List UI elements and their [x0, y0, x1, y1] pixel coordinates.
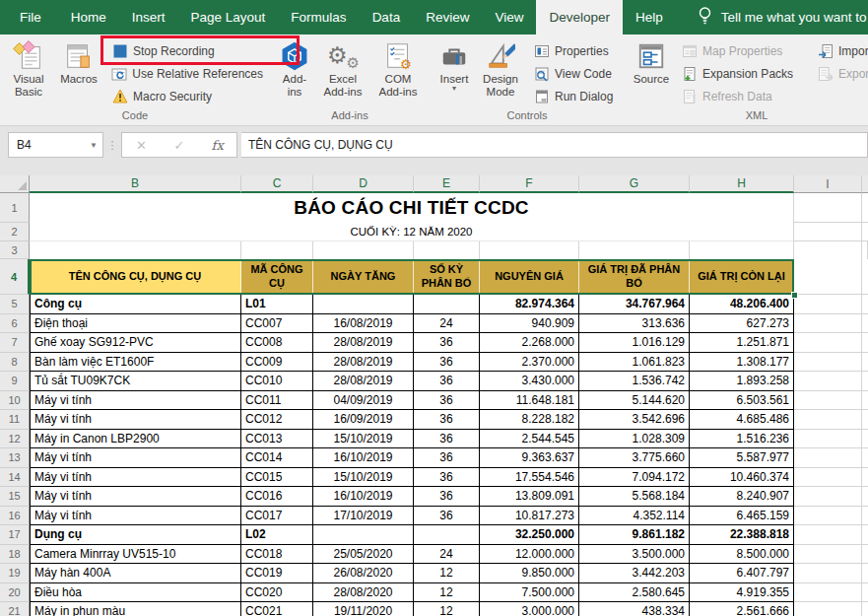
cell-B17[interactable]: Dụng cụ	[30, 525, 241, 545]
cell-B3[interactable]	[30, 241, 241, 259]
cell-I17[interactable]	[794, 525, 862, 545]
row-header-2[interactable]: 2	[0, 223, 30, 241]
macro-security-button[interactable]: Macro Security	[108, 85, 266, 107]
cell-C18[interactable]: CC018	[241, 545, 313, 565]
cell-I13[interactable]	[794, 448, 862, 468]
cell-G8[interactable]: 1.061.823	[579, 353, 690, 373]
cell-C14[interactable]: CC015	[241, 468, 313, 488]
tab-page-layout[interactable]: Page Layout	[178, 0, 279, 34]
cell-H20[interactable]: 4.919.355	[690, 583, 794, 603]
cell-H9[interactable]: 1.893.258	[690, 372, 794, 391]
row-header-14[interactable]: 14	[0, 468, 30, 488]
cell-B15[interactable]: Máy vi tính	[30, 487, 241, 507]
cell-G21[interactable]: 438.334	[579, 602, 690, 616]
export-button[interactable]: Export	[814, 62, 868, 85]
row-header-9[interactable]: 9	[0, 372, 30, 391]
cell-B7[interactable]: Ghế xoay SG912-PVC	[30, 333, 241, 353]
cell-G3[interactable]	[579, 241, 690, 259]
column-header-I[interactable]: I	[794, 175, 862, 193]
cell-F11[interactable]: 8.228.182	[480, 410, 579, 430]
view-code-button[interactable]: View Code	[530, 62, 621, 85]
formula-input[interactable]: TÊN CÔNG CỤ, DỤNG CỤ	[241, 132, 868, 158]
cell-D13[interactable]: 16/10/2019	[313, 448, 414, 468]
cell-E19[interactable]: 12	[414, 564, 480, 583]
cell-F6[interactable]: 940.909	[480, 314, 579, 334]
cell-H6[interactable]: 627.273	[690, 314, 794, 334]
cell-I16[interactable]	[794, 507, 862, 526]
cell-B20[interactable]: Điều hòa	[30, 583, 241, 603]
cell-F9[interactable]: 3.430.000	[480, 372, 579, 391]
cell-C17[interactable]: L02	[241, 525, 313, 545]
cell-H7[interactable]: 1.251.871	[690, 333, 794, 353]
cell-D20[interactable]: 28/08/2020	[313, 583, 414, 603]
cell-H17[interactable]: 22.388.818	[690, 525, 794, 545]
cell-H19[interactable]: 6.407.797	[690, 564, 794, 583]
cell-F20[interactable]: 7.500.000	[480, 583, 579, 603]
cell-H11[interactable]: 4.685.486	[690, 410, 794, 430]
cell-I11[interactable]	[794, 410, 862, 430]
tell-me-box[interactable]: Tell me what you want to do	[698, 0, 868, 34]
cell-D16[interactable]: 17/10/2019	[313, 507, 414, 526]
cell-C13[interactable]: CC014	[241, 448, 313, 468]
row-header-10[interactable]: 10	[0, 391, 30, 411]
cell-B8[interactable]: Bàn làm việc ET1600F	[30, 353, 241, 373]
cell-D14[interactable]: 15/10/2019	[313, 468, 414, 488]
cell-D11[interactable]: 16/09/2019	[313, 410, 414, 430]
cell-subtitle[interactable]: CUỐI KỲ: 12 NĂM 2020	[30, 223, 794, 241]
cell-B14[interactable]: Máy vi tính	[30, 468, 241, 488]
cell-H13[interactable]: 5.587.977	[690, 448, 794, 468]
cell-F18[interactable]: 12.000.000	[480, 545, 579, 565]
cell-I3[interactable]	[794, 241, 862, 259]
cell-G19[interactable]: 3.442.203	[579, 564, 690, 583]
cell-C20[interactable]: CC020	[241, 583, 313, 603]
visual-basic-button[interactable]: Visual Basic	[4, 37, 53, 101]
name-box[interactable]: B4 ▼	[8, 132, 103, 158]
row-header-11[interactable]: 11	[0, 410, 30, 430]
cell-F16[interactable]: 10.817.273	[480, 507, 579, 526]
cell-G7[interactable]: 1.016.129	[579, 333, 690, 353]
cell-H16[interactable]: 6.465.159	[690, 507, 794, 526]
cell-D12[interactable]: 15/10/2019	[313, 430, 414, 449]
cancel-entry-icon[interactable]: ✕	[122, 138, 161, 153]
cell-E20[interactable]: 12	[414, 583, 480, 603]
cell-H14[interactable]: 10.460.374	[690, 468, 794, 488]
cell-E18[interactable]: 24	[414, 545, 480, 565]
cell-D5[interactable]	[313, 295, 414, 314]
row-header-4[interactable]: 4	[0, 259, 30, 295]
cell-I8[interactable]	[794, 353, 862, 373]
cell-E8[interactable]: 36	[414, 353, 480, 373]
cell-F5[interactable]: 82.974.364	[480, 295, 579, 314]
cell-C15[interactable]: CC016	[241, 487, 313, 507]
cell-H5[interactable]: 48.206.400	[690, 295, 794, 314]
row-header-16[interactable]: 16	[0, 507, 30, 526]
cell-E6[interactable]: 24	[414, 314, 480, 334]
cell-I1[interactable]	[794, 193, 862, 223]
cell-F19[interactable]: 9.850.000	[480, 564, 579, 583]
cell-I20[interactable]	[794, 583, 862, 603]
cell-I2[interactable]	[794, 223, 862, 241]
tab-help[interactable]: Help	[623, 0, 676, 34]
map-properties-button[interactable]: Map Properties	[678, 39, 810, 62]
cell-C3[interactable]	[241, 241, 313, 259]
cell-F7[interactable]: 2.268.000	[480, 333, 579, 353]
cell-G18[interactable]: 3.500.000	[579, 545, 690, 565]
refresh-data-button[interactable]: Refresh Data	[678, 85, 810, 107]
cell-B6[interactable]: Điện thoại	[30, 314, 241, 334]
tab-review[interactable]: Review	[413, 0, 482, 34]
cell-G16[interactable]: 4.352.114	[579, 507, 690, 526]
use-relative-references-button[interactable]: Use Relative References	[108, 62, 266, 85]
cell-B13[interactable]: Máy vi tính	[30, 448, 241, 468]
design-mode-button[interactable]: Design Mode	[475, 37, 526, 101]
cell-E5[interactable]	[414, 295, 480, 314]
row-header-8[interactable]: 8	[0, 353, 30, 373]
cell-B4[interactable]: TÊN CÔNG CỤ, DỤNG CỤ	[30, 259, 241, 295]
column-header-H[interactable]: H	[690, 175, 794, 193]
properties-button[interactable]: Properties	[530, 39, 621, 62]
cell-D21[interactable]: 19/11/2020	[313, 602, 414, 616]
column-header-C[interactable]: C	[241, 175, 313, 193]
cell-F12[interactable]: 2.544.545	[480, 430, 579, 449]
cell-D9[interactable]: 28/08/2019	[313, 372, 414, 391]
cell-C5[interactable]: L01	[241, 295, 313, 314]
cell-C6[interactable]: CC007	[241, 314, 313, 334]
cell-I12[interactable]	[794, 430, 862, 449]
